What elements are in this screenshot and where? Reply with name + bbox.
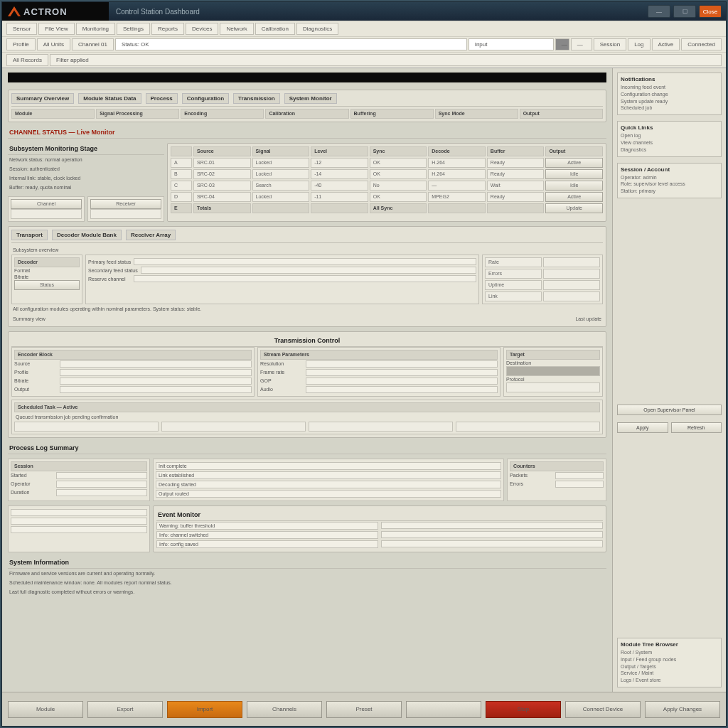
encoder-box: Encoder Block Source Profile Bitrate Out… bbox=[11, 347, 255, 397]
menu-item[interactable]: Diagnostics bbox=[296, 23, 338, 35]
link-line[interactable]: View channels bbox=[621, 139, 718, 146]
tree-line[interactable]: Service / Maint bbox=[621, 670, 718, 677]
tree-line[interactable]: Input / Feed group nodes bbox=[621, 656, 718, 663]
footer-button[interactable]: Module bbox=[8, 701, 83, 718]
tab[interactable]: Decoder Module Bank bbox=[52, 230, 122, 240]
footer-button[interactable]: Export bbox=[87, 701, 163, 718]
field-row: Started bbox=[11, 471, 147, 480]
channel-status-row: Subsystem Monitoring Stage Network statu… bbox=[8, 143, 606, 222]
col-header: Signal bbox=[252, 146, 310, 156]
update-button[interactable]: Update bbox=[545, 203, 603, 213]
feed-box: Primary feed status Secondary feed statu… bbox=[85, 255, 479, 304]
row-button[interactable]: Active bbox=[545, 192, 603, 202]
field[interactable] bbox=[14, 422, 159, 432]
link-line[interactable]: Open log bbox=[621, 132, 718, 139]
box-button[interactable]: Status bbox=[14, 280, 80, 290]
notif-line: Incoming feed event bbox=[621, 84, 718, 91]
maximize-button[interactable]: ☐ bbox=[673, 5, 696, 18]
info-line: Buffer: ready, quota nominal bbox=[8, 183, 164, 192]
log-box: Init complete Link established Decoding … bbox=[153, 459, 504, 501]
filter-label: All Records bbox=[6, 54, 48, 66]
stats-grid: Rate Errors Uptime Link bbox=[485, 257, 600, 301]
field-row: GOP bbox=[260, 377, 498, 385]
footer-button[interactable]: Channels bbox=[247, 701, 322, 718]
row-button[interactable]: Idle bbox=[545, 169, 603, 179]
row-cell: Locked bbox=[252, 192, 310, 202]
tab[interactable]: Process bbox=[146, 93, 178, 104]
row-cell: -40 bbox=[311, 181, 368, 191]
row-cell: SRC-02 bbox=[193, 169, 251, 179]
close-button[interactable]: Close bbox=[699, 5, 722, 18]
window-title: Control Station Dashboard bbox=[109, 8, 643, 16]
tab[interactable]: Module Status Data bbox=[78, 93, 141, 104]
col-header: Buffering bbox=[350, 109, 434, 119]
row-cell: Ready bbox=[487, 192, 545, 202]
field-row: Bitrate bbox=[14, 274, 80, 280]
filter-input[interactable]: Input bbox=[469, 38, 554, 50]
menu-item[interactable]: Reports bbox=[151, 23, 184, 35]
field-row: Bitrate bbox=[14, 377, 252, 385]
row-cell: Ready bbox=[487, 169, 545, 179]
menu-item[interactable]: Calibration bbox=[255, 23, 295, 35]
tab[interactable]: Transport bbox=[11, 230, 48, 240]
row-cell bbox=[311, 203, 368, 213]
transport-footer: Summary view Last update bbox=[11, 314, 603, 323]
row-cell: OK bbox=[370, 158, 427, 168]
tab[interactable]: Summary Overview bbox=[11, 93, 74, 104]
footer-button[interactable] bbox=[406, 701, 481, 718]
footer-button-orange[interactable]: Import bbox=[167, 701, 242, 718]
footer-button-apply[interactable]: Apply Changes bbox=[645, 701, 720, 718]
col-header: Sync Mode bbox=[435, 109, 518, 119]
link-line[interactable]: Diagnostics bbox=[621, 146, 718, 154]
col-header: Encoding bbox=[181, 109, 264, 119]
row-cell: -11 bbox=[311, 192, 368, 202]
field[interactable] bbox=[309, 422, 453, 432]
filter-row: All Records Filter applied bbox=[2, 52, 726, 68]
tab[interactable]: Receiver Array bbox=[126, 230, 176, 240]
foot-text: Summary view bbox=[11, 314, 306, 323]
col-header: Buffer bbox=[487, 146, 545, 156]
footer-button[interactable]: Connect Device bbox=[565, 701, 641, 718]
status-cell: All Units bbox=[37, 38, 70, 50]
apply-button[interactable]: Apply bbox=[617, 422, 668, 433]
mini-box: Receiver bbox=[87, 196, 164, 222]
tree-line[interactable]: Root / System bbox=[621, 649, 718, 656]
col-header: Level bbox=[311, 146, 368, 156]
row-button[interactable]: Idle bbox=[545, 181, 603, 191]
menu-item[interactable]: File View bbox=[38, 23, 74, 35]
supervisor-button[interactable]: Open Supervisor Panel bbox=[617, 405, 722, 415]
foot-text: Last update bbox=[309, 314, 603, 323]
footer-bar: Module Export Import Channels Preset Sto… bbox=[2, 692, 726, 726]
box-header: Session / Account bbox=[621, 166, 718, 173]
tab[interactable]: Configuration bbox=[182, 93, 229, 104]
field[interactable] bbox=[161, 422, 306, 432]
session-box: Session / Account Operator: admin Role: … bbox=[617, 163, 722, 198]
sidebar-buttons: Apply Refresh bbox=[617, 421, 722, 433]
menu-item[interactable]: Devices bbox=[186, 23, 218, 35]
box-header: Encoder Block bbox=[14, 350, 252, 360]
search-input[interactable]: Status: OK bbox=[115, 38, 467, 50]
tree-line[interactable]: Output / Targets bbox=[621, 663, 718, 670]
summary-grid: Module Signal Processing Encoding Calibr… bbox=[11, 109, 603, 119]
menu-item[interactable]: Sensor bbox=[6, 23, 37, 35]
row-button[interactable]: Active bbox=[545, 158, 603, 168]
menu-item[interactable]: Settings bbox=[117, 23, 150, 35]
footer-button-stop[interactable]: Stop bbox=[486, 701, 561, 718]
refresh-button[interactable]: Refresh bbox=[671, 422, 722, 433]
tab[interactable]: Transmission bbox=[233, 93, 280, 104]
minimize-button[interactable]: — bbox=[648, 5, 670, 18]
tree-line[interactable]: Logs / Event store bbox=[621, 677, 718, 684]
box-header: Scheduled Task — Active bbox=[14, 402, 600, 412]
mini-button[interactable]: Channel bbox=[11, 199, 82, 209]
info-line: Scheduled maintenance window: none. All … bbox=[8, 578, 606, 587]
notif-line: Configuration change bbox=[621, 91, 718, 98]
tab[interactable]: System Monitor bbox=[284, 93, 337, 104]
field[interactable] bbox=[456, 422, 600, 432]
menu-item[interactable]: Monitoring bbox=[76, 23, 115, 35]
menu-item[interactable]: Network bbox=[220, 23, 253, 35]
footer-button[interactable]: Preset bbox=[326, 701, 402, 718]
row-cell: A bbox=[171, 158, 192, 168]
transport-panel: Transport Decoder Module Bank Receiver A… bbox=[8, 226, 606, 326]
mini-button[interactable]: Receiver bbox=[90, 199, 161, 209]
row-cell: -14 bbox=[311, 169, 368, 179]
